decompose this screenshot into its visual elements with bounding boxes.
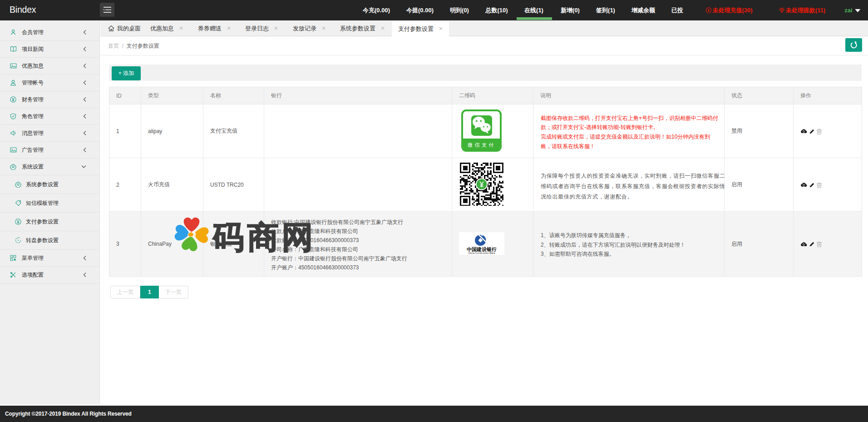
svg-text:码商网: 码商网 — [212, 220, 316, 254]
svg-text:China Construction Bank: China Construction Bank — [468, 252, 495, 254]
svg-text:中国建设银行: 中国建设银行 — [467, 246, 497, 252]
svg-text:微信支付: 微信支付 — [468, 142, 496, 147]
